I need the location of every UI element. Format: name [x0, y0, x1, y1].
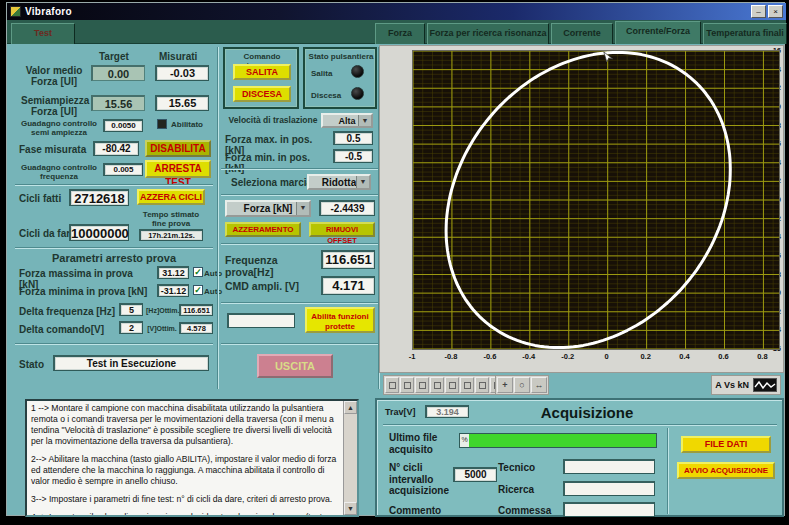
delta-frequenza-label: Delta frequenza [Hz]: [19, 306, 115, 317]
forza-massima-auto-checkbox[interactable]: ✓: [193, 267, 203, 277]
commessa-label: Commessa: [498, 505, 551, 517]
cmd-ampli-label: CMD ampli. [V]: [225, 281, 323, 293]
divider: [667, 428, 669, 514]
velocita-dropdown[interactable]: Alta▼: [321, 113, 373, 128]
fase-misurata-display: -80.42: [93, 141, 139, 156]
forza-minima-auto-label: Auto: [204, 287, 222, 296]
delta-frequenza-field[interactable]: 5: [119, 303, 143, 316]
rimuovi-offset-button[interactable]: RIMUOVI OFFSET: [309, 222, 375, 237]
commessa-input[interactable]: [563, 502, 655, 517]
parametri-arresto-title: Parametri arresto prova: [19, 252, 209, 264]
cursor-move-button[interactable]: +: [497, 377, 513, 393]
salita-led-indicator: [351, 65, 364, 78]
x-tick-label: -0.6: [477, 352, 503, 361]
plot-legend[interactable]: A Vs kN: [711, 375, 781, 395]
x-tick-label: 0.2: [633, 352, 659, 361]
file-dati-button[interactable]: FILE DATI: [681, 436, 771, 453]
tab-corrente-forza[interactable]: Corrente/Forza: [615, 21, 701, 44]
abilita-funzioni-button[interactable]: Abilita funzioni protette: [305, 307, 375, 333]
instructions-box[interactable]: 1 --> Montare il campione con macchina d…: [25, 399, 359, 517]
tecnico-input[interactable]: [563, 459, 655, 474]
frequenza-prova-label: Frequenza prova[Hz]: [225, 255, 323, 278]
azzera-cicli-button[interactable]: AZZERA CICLI: [137, 189, 205, 205]
azzeramento-button[interactable]: AZZERAMENTO: [225, 222, 301, 237]
window-title: Vibraforo: [25, 6, 72, 17]
ricerca-label: Ricerca: [498, 484, 534, 496]
divider: [221, 343, 379, 345]
n-cicli-field[interactable]: 5000: [453, 467, 497, 482]
scrollbar[interactable]: ▲ ▼: [343, 401, 357, 515]
y-format-button[interactable]: [475, 377, 489, 393]
x-format-button[interactable]: [415, 377, 429, 393]
divider: [15, 247, 213, 249]
graph-palette: +○↔: [495, 375, 549, 395]
commento-label: Commento: [389, 505, 441, 517]
forza-minima-field[interactable]: -31.12: [157, 284, 189, 297]
instruction-paragraph: 2--> Abilitare la macchina (tasto giallo…: [31, 454, 343, 487]
x-tick-label: -0.4: [516, 352, 542, 361]
misurati-column-header: Misurati: [159, 51, 197, 62]
x-scale-lock-button[interactable]: [385, 377, 399, 393]
delta-comando-field[interactable]: 2: [119, 321, 143, 334]
velocita-label: Velocità di traslazione: [227, 116, 319, 126]
tab-test[interactable]: Test: [11, 23, 75, 44]
tab-strip: Test ForzaForza per ricerca risonanzaCor…: [7, 20, 786, 44]
y-scale-lock-button[interactable]: [445, 377, 459, 393]
password-input[interactable]: [227, 313, 295, 328]
close-button[interactable]: ×: [768, 5, 783, 18]
cicli-da-fare-field[interactable]: 10000000: [69, 224, 129, 241]
salita-led-label: Salita: [311, 69, 343, 78]
chevron-down-icon: ▼: [356, 176, 369, 188]
semiampiezza-target-field[interactable]: 15.56: [91, 95, 145, 111]
forza-min-pos-field[interactable]: -0.5: [333, 149, 373, 163]
tab-forza[interactable]: Forza: [375, 23, 425, 44]
gain-semi-field[interactable]: 0.0050: [103, 119, 143, 132]
tab-corrente[interactable]: Corrente: [551, 23, 613, 44]
discesa-button[interactable]: DISCESA: [233, 86, 291, 102]
avvio-acquisizione-button[interactable]: AVVIO ACQUISIZIONE: [677, 462, 775, 479]
gain-freq-label: Guadagno controllo frequenza: [17, 163, 101, 181]
ultimo-file-path-display[interactable]: %: [459, 433, 657, 448]
x-autoscale-button[interactable]: [400, 377, 414, 393]
scroll-down-icon[interactable]: ▼: [344, 502, 357, 515]
disabilita-button[interactable]: DISABILITA: [145, 140, 211, 157]
minimize-button[interactable]: –: [751, 5, 766, 18]
ultimo-file-label: Ultimo file acquisito: [389, 432, 455, 455]
abilitato-checkbox[interactable]: [157, 119, 167, 129]
forza-minima-auto-checkbox[interactable]: ✓: [193, 285, 203, 295]
y-autoscale-button[interactable]: [460, 377, 474, 393]
canale-reading-display: -2.4439: [319, 200, 375, 216]
tab-forza-per-ricerca-risonanza[interactable]: Forza per ricerca risonanza: [427, 23, 549, 44]
ricerca-input[interactable]: [563, 481, 655, 496]
zoom-button[interactable]: ○: [514, 377, 530, 393]
forza-massima-field[interactable]: 31.12: [157, 266, 189, 279]
salita-button[interactable]: SALITA: [233, 64, 291, 80]
stato-pulsantiera-title: Stato pulsantiera: [307, 52, 375, 61]
instructions-text: 1 --> Montare il campione con macchina d…: [31, 403, 343, 517]
stato-display: Test in Esecuzione: [53, 355, 209, 371]
canale-dropdown[interactable]: Forza [kN]▼: [225, 200, 311, 217]
acquisizione-title: Acquisizione: [487, 404, 687, 421]
x-tick-label: 0.8: [749, 352, 775, 361]
scroll-up-icon[interactable]: ▲: [344, 401, 357, 414]
marcia-dropdown[interactable]: Ridotta▼: [307, 174, 371, 190]
abilitato-label: Abilitato: [171, 120, 211, 129]
gain-freq-field[interactable]: 0.005: [103, 163, 143, 176]
valor-medio-target-field[interactable]: 0.00: [91, 65, 145, 81]
divider: [221, 243, 379, 245]
divider: [221, 302, 379, 304]
pan-button[interactable]: ↔: [531, 377, 547, 393]
plot-area[interactable]: [412, 50, 780, 350]
fase-misurata-label: Fase misurata: [19, 144, 93, 155]
tab-temperatura-finali[interactable]: Temperatura finali: [703, 23, 787, 44]
instruction-paragraph: 3--> Impostare i parametri di fine test:…: [31, 494, 343, 505]
forza-max-pos-field[interactable]: 0.5: [333, 131, 373, 145]
uscita-button[interactable]: USCITA: [257, 354, 333, 378]
semiampiezza-measured-display: 15.65: [155, 95, 209, 111]
arresta-test-button[interactable]: ARRESTA TEST: [145, 160, 211, 178]
x-tick-label: 0.6: [710, 352, 736, 361]
acquisizione-panel: Trav[V] 3.194 Acquisizione Ultimo file a…: [375, 398, 784, 517]
x-precision-button[interactable]: [430, 377, 444, 393]
semiampiezza-label: Semiampiezza Forza [UI]: [21, 95, 87, 117]
instruction-paragraph: 1 --> Montare il campione con macchina d…: [31, 403, 343, 447]
